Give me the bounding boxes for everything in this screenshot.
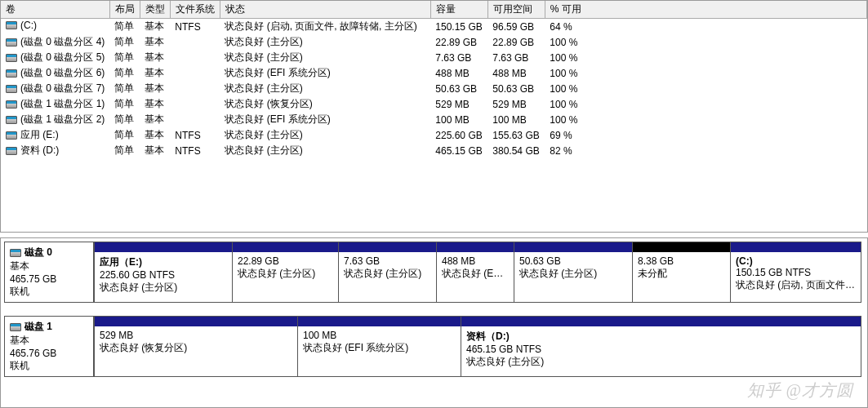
cell-status: 状态良好 (主分区) bbox=[220, 81, 430, 96]
cell-pct: 69 % bbox=[545, 127, 866, 143]
cell-capacity: 225.60 GB bbox=[430, 127, 487, 143]
volume-icon bbox=[6, 85, 17, 93]
partition[interactable]: 529 MB状态良好 (恢复分区) bbox=[94, 316, 298, 377]
partition[interactable]: 8.38 GB未分配 bbox=[633, 242, 731, 303]
cell-free: 529 MB bbox=[487, 96, 545, 112]
cell-pct: 100 % bbox=[545, 65, 866, 81]
table-row[interactable]: (磁盘 1 磁盘分区 1)简单基本状态良好 (恢复分区)529 MB529 MB… bbox=[1, 96, 867, 112]
cell-capacity: 465.15 GB bbox=[430, 143, 487, 158]
volume-name: (磁盘 1 磁盘分区 2) bbox=[20, 113, 105, 126]
partition-color-bar bbox=[95, 317, 297, 326]
partition-color-bar bbox=[731, 242, 861, 252]
cell-fs bbox=[170, 50, 220, 65]
partition-size: 225.60 GB NTFS bbox=[100, 269, 227, 281]
volume-table[interactable]: 卷 布局 类型 文件系统 状态 容量 可用空间 % 可用 (C:)简单基本NTF… bbox=[1, 1, 867, 158]
col-volume[interactable]: 卷 bbox=[1, 1, 109, 19]
table-row[interactable]: 应用 (E:)简单基本NTFS状态良好 (主分区)225.60 GB155.63… bbox=[1, 127, 867, 143]
table-row[interactable]: (磁盘 0 磁盘分区 4)简单基本状态良好 (主分区)22.89 GB22.89… bbox=[1, 34, 867, 50]
volume-name: 应用 (E:) bbox=[20, 128, 59, 142]
disk-row: 磁盘 1基本465.76 GB联机529 MB状态良好 (恢复分区)100 MB… bbox=[4, 316, 864, 377]
partition-strip: 应用（E:)225.60 GB NTFS状态良好 (主分区)22.89 GB状态… bbox=[94, 242, 864, 303]
col-status[interactable]: 状态 bbox=[220, 1, 430, 19]
cell-type: 基本 bbox=[140, 19, 170, 35]
disk-id: 磁盘 1 bbox=[24, 320, 52, 334]
col-pct[interactable]: % 可用 bbox=[545, 1, 866, 19]
disk-state: 联机 bbox=[10, 285, 88, 299]
partition[interactable]: 应用（E:)225.60 GB NTFS状态良好 (主分区) bbox=[94, 242, 233, 303]
table-row[interactable]: 资料 (D:)简单基本NTFS状态良好 (主分区)465.15 GB380.54… bbox=[1, 143, 867, 158]
partition-status: 未分配 bbox=[638, 267, 725, 281]
cell-capacity: 22.89 GB bbox=[430, 34, 487, 50]
partition-size: 465.15 GB NTFS bbox=[466, 344, 856, 355]
col-layout[interactable]: 布局 bbox=[109, 1, 140, 19]
volume-name: (磁盘 0 磁盘分区 7) bbox=[20, 82, 105, 95]
cell-fs bbox=[170, 96, 220, 112]
cell-pct: 82 % bbox=[545, 143, 866, 158]
cell-type: 基本 bbox=[140, 65, 170, 81]
disk-icon bbox=[10, 249, 21, 257]
partition-color-bar bbox=[95, 242, 232, 252]
partition-color-bar bbox=[339, 242, 436, 252]
partition-status: 状态良好 (主分区) bbox=[100, 281, 227, 295]
partition[interactable]: 50.63 GB状态良好 (主分区) bbox=[514, 242, 633, 303]
table-row[interactable]: (磁盘 0 磁盘分区 6)简单基本状态良好 (EFI 系统分区)488 MB48… bbox=[1, 65, 867, 81]
col-free[interactable]: 可用空间 bbox=[487, 1, 545, 19]
partition-status: 状态良好 (主分区) bbox=[466, 355, 856, 369]
partition-color-bar bbox=[633, 242, 730, 252]
cell-layout: 简单 bbox=[109, 96, 140, 112]
disk-label[interactable]: 磁盘 1基本465.76 GB联机 bbox=[4, 316, 94, 377]
cell-layout: 简单 bbox=[109, 112, 140, 127]
disk-size: 465.76 GB bbox=[10, 348, 88, 359]
cell-free: 22.89 GB bbox=[487, 34, 545, 50]
cell-fs: NTFS bbox=[170, 143, 220, 158]
table-row[interactable]: (磁盘 1 磁盘分区 2)简单基本状态良好 (EFI 系统分区)100 MB10… bbox=[1, 112, 867, 127]
cell-capacity: 50.63 GB bbox=[430, 81, 487, 96]
partition-title: 资料（D:) bbox=[466, 330, 856, 344]
partition-status: 状态良好 (EFI 系统分区) bbox=[303, 341, 456, 355]
cell-fs bbox=[170, 34, 220, 50]
partition[interactable]: 488 MB状态良好 (EFI … bbox=[437, 242, 514, 303]
col-fs[interactable]: 文件系统 bbox=[170, 1, 220, 19]
partition[interactable]: 100 MB状态良好 (EFI 系统分区) bbox=[298, 316, 461, 377]
partition-size: 150.15 GB NTFS bbox=[736, 267, 856, 278]
partition-color-bar bbox=[233, 242, 338, 252]
volume-name: (磁盘 0 磁盘分区 6) bbox=[20, 66, 105, 80]
cell-free: 155.63 GB bbox=[487, 127, 545, 143]
table-row[interactable]: (磁盘 0 磁盘分区 5)简单基本状态良好 (主分区)7.63 GB7.63 G… bbox=[1, 50, 867, 65]
table-row[interactable]: (磁盘 0 磁盘分区 7)简单基本状态良好 (主分区)50.63 GB50.63… bbox=[1, 81, 867, 96]
disk-label[interactable]: 磁盘 0基本465.75 GB联机 bbox=[4, 242, 94, 303]
volume-icon bbox=[6, 38, 17, 47]
disk-icon bbox=[10, 323, 21, 331]
cell-layout: 简单 bbox=[109, 81, 140, 96]
table-row[interactable]: (C:)简单基本NTFS状态良好 (启动, 页面文件, 故障转储, 主分区)15… bbox=[1, 19, 867, 35]
volume-name: (磁盘 0 磁盘分区 4) bbox=[20, 35, 105, 49]
cell-type: 基本 bbox=[140, 127, 170, 143]
partition[interactable]: 资料（D:)465.15 GB NTFS状态良好 (主分区) bbox=[461, 316, 861, 377]
volume-name: (磁盘 0 磁盘分区 5) bbox=[20, 51, 105, 64]
partition-status: 状态良好 (主分区) bbox=[344, 267, 431, 281]
cell-status: 状态良好 (EFI 系统分区) bbox=[220, 112, 430, 127]
cell-layout: 简单 bbox=[109, 143, 140, 158]
col-type[interactable]: 类型 bbox=[140, 1, 170, 19]
partition-status: 状态良好 (主分区) bbox=[519, 267, 627, 281]
partition[interactable]: 7.63 GB状态良好 (主分区) bbox=[339, 242, 437, 303]
partition-size: 100 MB bbox=[303, 330, 456, 341]
partition[interactable]: (C:)150.15 GB NTFS状态良好 (启动, 页面文件, 故障 bbox=[731, 242, 861, 303]
disk-state: 联机 bbox=[10, 359, 88, 373]
cell-type: 基本 bbox=[140, 81, 170, 96]
cell-status: 状态良好 (主分区) bbox=[220, 143, 430, 158]
disk-type: 基本 bbox=[10, 259, 88, 273]
partition-status: 状态良好 (EFI … bbox=[442, 267, 509, 281]
cell-capacity: 488 MB bbox=[430, 65, 487, 81]
cell-status: 状态良好 (恢复分区) bbox=[220, 96, 430, 112]
cell-capacity: 529 MB bbox=[430, 96, 487, 112]
cell-layout: 简单 bbox=[109, 127, 140, 143]
cell-fs bbox=[170, 112, 220, 127]
col-capacity[interactable]: 容量 bbox=[430, 1, 487, 19]
cell-pct: 100 % bbox=[545, 81, 866, 96]
partition-strip: 529 MB状态良好 (恢复分区)100 MB状态良好 (EFI 系统分区)资料… bbox=[94, 316, 864, 377]
partition-color-bar bbox=[298, 317, 461, 326]
cell-capacity: 150.15 GB bbox=[430, 19, 487, 35]
disk-graphical-panel: 磁盘 0基本465.75 GB联机应用（E:)225.60 GB NTFS状态良… bbox=[0, 237, 868, 408]
partition[interactable]: 22.89 GB状态良好 (主分区) bbox=[233, 242, 339, 303]
